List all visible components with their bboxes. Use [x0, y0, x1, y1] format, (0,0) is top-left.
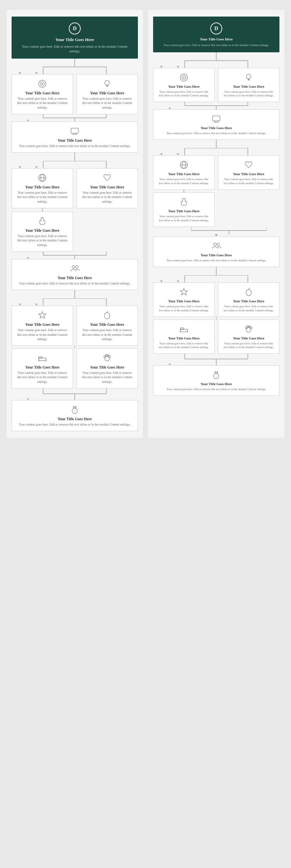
paw-icon: [103, 353, 112, 363]
right-node3b: Your Title Goes Here Your content goes h…: [218, 155, 280, 190]
right-node1b: Your Title Goes Here Your content goes h…: [218, 68, 280, 102]
monitor-icon: [70, 126, 79, 136]
r-bulb-icon: [244, 73, 253, 82]
r-node3a-content: Your content goes here. Edit or remove t…: [157, 178, 210, 185]
right-header-card: D Your Title Goes Here Your content goes…: [153, 17, 280, 52]
node3a-content: Your content goes here. Edit or remove t…: [16, 191, 69, 204]
node4-title: Your Title Goes Here: [58, 276, 92, 280]
r-node4-title: Your Title Goes Here: [201, 253, 232, 257]
right-header-title: Your Title Goes Here: [200, 37, 232, 41]
node6-title: Your Title Goes Here: [58, 417, 92, 421]
svg-rect-46: [39, 357, 42, 358]
right-branch-3: Your Title Goes Here Your content goes h…: [76, 168, 138, 252]
r-h-split-1: [153, 61, 280, 68]
r-row-nodes-5ab: Your Title Goes Here Your content goes h…: [153, 282, 280, 317]
svg-point-72: [246, 74, 251, 79]
row-nodes-5ab: Your Title Goes Here Your content goes h…: [11, 306, 138, 346]
r-node5d-title: Your Title Goes Here: [233, 337, 264, 340]
node1b-content: Your content goes here. Edit or remove t…: [81, 97, 134, 110]
r-node1b-title: Your Title Goes Here: [233, 85, 264, 88]
right-node5d: Your Title Goes Here Your content goes h…: [218, 319, 280, 354]
medal-icon: 1: [70, 405, 79, 414]
right-node5b: Your Title Goes Here Your content goes h…: [218, 282, 280, 317]
svg-text:1: 1: [216, 375, 217, 378]
left-header-title: Your Title Goes Here: [55, 37, 94, 42]
r-node6-content: Your content goes here. Edit or remove t…: [166, 388, 266, 392]
node6-content: Your content goes here. Edit or remove t…: [19, 423, 130, 427]
r-h-split-2: [153, 148, 280, 155]
right-node3a: Your Title Goes Here Your content goes h…: [153, 155, 215, 190]
h-split-1: [11, 67, 138, 74]
r-connector-v1: [216, 52, 217, 61]
inner-gap1: [74, 346, 75, 348]
r-node5d-content: Your content goes here. Edit or remove t…: [222, 342, 275, 350]
node5b-content: Your content goes here. Edit or remove t…: [81, 328, 134, 341]
globe-icon: [38, 173, 47, 183]
r-node6-title: Your Title Goes Here: [201, 382, 232, 386]
svg-text:1: 1: [74, 410, 75, 413]
left-node4: Your Title Goes Here Your content goes h…: [11, 259, 138, 290]
left-node5a: Your Title Goes Here Your content goes h…: [11, 306, 73, 346]
svg-rect-81: [213, 116, 220, 121]
r-node5a-content: Your content goes here. Edit or remove t…: [157, 305, 210, 313]
connector-merge3: [11, 389, 138, 400]
node5b-title: Your Title Goes Here: [90, 322, 124, 327]
row-nodes-3: Your Title Goes Here Your content goes h…: [11, 168, 138, 252]
left-node5c: Your Title Goes Here Your content goes h…: [11, 348, 73, 389]
r-connector-merge1: [153, 102, 280, 109]
r-row-nodes-5cd: Your Title Goes Here Your content goes h…: [153, 319, 280, 354]
svg-point-52: [106, 355, 107, 356]
page-wrapper: D Your Title Goes Here Your content goes…: [0, 0, 291, 448]
node5c-content: Your content goes here. Edit or remove t…: [16, 371, 69, 384]
r-connector-v2: [216, 140, 217, 148]
node3c-title: Your Title Goes Here: [25, 228, 60, 232]
svg-point-116: [249, 326, 251, 327]
h-split-3: [11, 299, 138, 306]
node5a-content: Your content goes here. Edit or remove t…: [16, 328, 69, 341]
right-node6: 1 Your Title Goes Here Your content goes…: [153, 365, 280, 396]
r-row-nodes-3: Your Title Goes Here Your content goes h…: [153, 155, 280, 227]
left-node2: Your Title Goes Here Your content goes h…: [11, 122, 138, 153]
r-bed-icon: [179, 324, 188, 334]
node5c-title: Your Title Goes Here: [25, 365, 60, 369]
r-node1a-title: Your Title Goes Here: [168, 85, 200, 88]
node2-content: Your content goes here. Edit or remove t…: [19, 144, 130, 148]
r-paw-icon: [244, 324, 253, 334]
svg-point-53: [107, 355, 109, 356]
r-connector-merge2: [191, 227, 267, 234]
r-node3a-title: Your Title Goes Here: [168, 172, 200, 176]
right-node4: Your Title Goes Here Your content goes h…: [153, 237, 280, 267]
connector-v3: [74, 290, 75, 299]
right-column: D Your Title Goes Here Your content goes…: [148, 10, 284, 438]
svg-point-9: [105, 81, 109, 85]
r-apple-icon: [244, 287, 253, 297]
left-header-card: D Your Title Goes Here Your content goes…: [11, 17, 138, 59]
r-node5b-title: Your Title Goes Here: [233, 299, 264, 303]
right-node5a: Your Title Goes Here Your content goes h…: [153, 282, 215, 317]
r-h-split-3: [153, 275, 280, 282]
svg-point-71: [183, 77, 184, 78]
right-node1a: Your Title Goes Here Your content goes h…: [153, 68, 215, 102]
svg-point-37: [75, 266, 78, 268]
left-node3a: Your Title Goes Here Your content goes h…: [11, 168, 73, 208]
star-icon: [38, 311, 47, 320]
node3a-title: Your Title Goes Here: [25, 185, 60, 189]
r-heart-icon: [244, 160, 253, 169]
node4-content: Your content goes here. Edit or remove t…: [19, 281, 130, 286]
r-left-branch-3: Your Title Goes Here Your content goes h…: [153, 155, 215, 227]
svg-point-100: [217, 243, 220, 246]
r-node3b-title: Your Title Goes Here: [233, 172, 264, 176]
r-row-nodes-1ab: Your Title Goes Here Your content goes h…: [153, 68, 280, 102]
node1a-content: Your content goes here. Edit or remove t…: [16, 97, 69, 110]
left-node6: 1 Your Title Goes Here Your content goes…: [11, 400, 138, 431]
connector-merge2: [11, 252, 138, 259]
node1a-title: Your Title Goes Here: [25, 91, 60, 95]
node3b-title: Your Title Goes Here: [90, 185, 124, 189]
r-node1b-content: Your content goes here. Edit or remove t…: [222, 90, 275, 98]
r-node3c-content: Your content goes here. Edit or remove t…: [157, 215, 210, 222]
apple-icon: [103, 311, 112, 320]
svg-rect-18: [71, 128, 78, 133]
right-node3c: Your Title Goes Here Your content goes h…: [153, 192, 215, 227]
inner-v1: [42, 208, 43, 212]
right-node5c: Your Title Goes Here Your content goes h…: [153, 319, 215, 354]
